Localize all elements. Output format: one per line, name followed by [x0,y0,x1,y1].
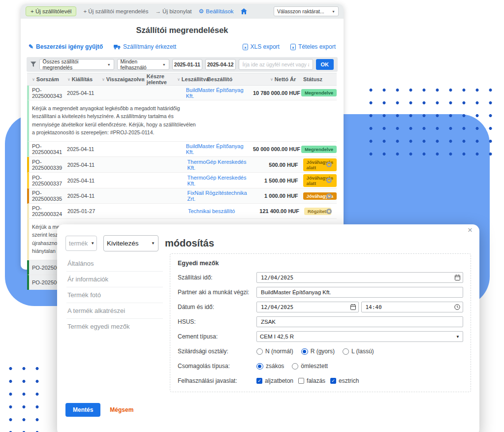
time-input[interactable] [361,302,464,312]
date-from-field[interactable]: 2025-01-11 [172,59,202,70]
radio-l-lassu[interactable]: L (lassú) [343,348,374,355]
net-price: 500.00 HUF [255,162,298,168]
date-to-field[interactable]: 2025-04-12 [205,59,235,70]
checkbox-aljzatbeton[interactable]: ✓aljzatbeton [256,377,293,384]
sort-caret-icon: ∨ [203,77,206,82]
column-header-sorszam[interactable]: ∨Sorszám [32,76,67,82]
tab-termek-alkatreszei[interactable]: A termék alkatrészei [66,303,163,319]
issued-date: 2025-04-11 [67,178,102,184]
date-field-wrap [256,302,359,312]
settings-button[interactable]: ⚙ Beállítások [199,8,234,15]
order-id: PO-2025000339 [32,159,67,171]
issued-date: 2025-04-11 [67,146,101,152]
checkbox-falazas[interactable]: falazás [298,377,325,384]
shipment-arrived-link[interactable]: Szállítmány érkezett [114,43,176,50]
packaging-type-label: Csomagolás típusa: [178,363,256,370]
modal-tab-list: Általános Ár információk Termék fotó A t… [66,256,163,334]
close-icon[interactable]: × [468,225,472,235]
table-row[interactable]: PO-2025000337 2025-04-11 ThermoGép Keres… [27,173,337,188]
app-stage: + Új szállítólevél + Új szállítói megren… [0,0,504,432]
strength-class-label: Szilárdsági osztály: [178,348,256,355]
modal-buttons: Mentés Mégsem [65,403,133,417]
calendar-icon[interactable] [350,304,356,310]
warehouse-select[interactable]: Válasszon raktárat... ▼ [274,6,339,16]
product-select[interactable]: termék ▼ [65,236,97,251]
order-id: PO-2025000341 [32,143,67,155]
search-input[interactable] [239,59,313,70]
cancel-circle-icon[interactable] [326,193,332,199]
supplier-link[interactable]: Technikai beszállító [188,208,256,214]
edit-modal: × termék ▼ Kivitelezés ▼ módosítás Által… [57,224,479,432]
column-header-keszre-jelentve[interactable]: ∨Készre jelentve [142,73,177,85]
svg-text:x: x [244,45,247,49]
supplier-link[interactable]: FixNail Rögzítéstechnika Zrt. [188,190,255,202]
column-header-leszallitva[interactable]: ∨Leszállítva [177,76,203,82]
column-header-kiallitas[interactable]: ∨Kiállítás [67,76,102,82]
supplier-link[interactable]: BuildMaster Építőanyag Kft. [186,87,253,99]
table-row[interactable]: PO-2025000324 2025-01-27 Technikai beszá… [27,204,337,219]
table-row[interactable]: PO-2025000335 2025-04-11 FixNail Rögzíté… [27,188,337,204]
new-supplier-order-button[interactable]: + Új szállítói megrendelés [83,8,148,14]
table-row[interactable]: PO-2025000341 2025-04-11 BuildMaster Épí… [27,142,337,157]
supplier-link[interactable]: ThermoGép Kereskedés Kft. [188,159,255,171]
save-button[interactable]: Mentés [65,403,100,417]
filter-bar: Összes szállítói megrendelés ▼ Minden fe… [27,57,338,72]
date-input[interactable] [256,302,359,312]
decor-dot-grid-bottom-left [4,362,42,432]
sort-caret-icon: ∨ [67,77,70,82]
funnel-icon [31,62,36,67]
cancel-circle-icon[interactable] [326,162,332,167]
column-header-netto-ar[interactable]: ∨Nettó Ár [270,76,303,82]
tab-altalanos[interactable]: Általános [66,256,163,272]
filter-ok-button[interactable]: OK [316,59,334,70]
itemized-export-link[interactable]: x Tételes export [290,43,336,50]
chevron-down-icon: ▼ [456,335,460,339]
tab-termek-foto[interactable]: Termék fotó [66,287,163,303]
radio-n-normal[interactable]: N (normál) [256,348,293,355]
radio-zsakos[interactable]: zsákos [256,363,284,370]
supplier-link[interactable]: BuildMaster Építőanyag Kft. [186,143,253,155]
cancel-circle-icon[interactable] [326,178,332,183]
column-header-statusz[interactable]: Státusz [303,76,337,82]
net-price: 10 780 000.00 HUF [253,90,296,96]
cement-type-select[interactable]: CEM I 42,5 R ▼ [256,331,463,342]
modal-header: termék ▼ Kivitelezés ▼ módosítás [65,235,214,251]
calendar-icon[interactable] [455,275,460,280]
user-filter-select[interactable]: Minden felhasználó ▼ [117,59,169,70]
xls-file-icon: x [290,44,296,50]
column-header-visszaigazolva[interactable]: ∨Visszaigazolva [102,76,142,82]
delivery-time-input[interactable] [256,272,463,283]
issued-date: 2025-04-11 [67,193,102,199]
checkbox-icon [298,378,304,384]
clock-icon[interactable] [454,304,460,310]
partner-input[interactable] [256,287,463,298]
actions-row: ✎ Beszerzési igény gyűjtő Szállítmány ér… [29,43,336,50]
usage-options: ✓aljzatbeton falazás ✓esztrich [256,375,463,386]
supplier-link[interactable]: ThermoGép Kereskedés Kft. [188,175,255,186]
new-receipt-button[interactable]: → Új bizonylat [155,8,191,14]
home-button[interactable] [241,8,247,14]
column-header-beszallito[interactable]: ∨Beszállító [203,76,270,82]
chevron-down-icon: ▼ [332,10,335,13]
new-delivery-note-button[interactable]: + Új szállítólevél [26,6,76,16]
checkbox-esztrich[interactable]: ✓esztrich [330,377,359,384]
table-row[interactable]: PO-2025000343 2025-04-11 BuildMaster Épí… [27,86,337,100]
hsus-input[interactable] [256,316,463,327]
packaging-options: zsákos ömlesztett [256,361,463,371]
cancel-button[interactable]: Mégsem [110,406,133,413]
usage-suggestion-label: Felhasználási javaslat: [178,377,256,384]
order-type-select[interactable]: Összes szállítói megrendelés ▼ [39,59,114,70]
procurement-collector-link[interactable]: ✎ Beszerzési igény gyűjtő [29,43,103,50]
xls-export-link[interactable]: x XLS export [243,43,280,50]
hsus-label: HSUS: [178,318,256,325]
radio-selected-icon [256,363,263,370]
cancel-circle-icon[interactable] [326,209,332,214]
time-field-wrap [361,302,464,312]
table-row[interactable]: PO-2025000339 2025-04-11 ThermoGép Keres… [27,157,337,173]
type-select[interactable]: Kivitelezés ▼ [103,235,158,251]
tab-termek-egyedi-mezok[interactable]: Termék egyedi mezők [66,319,163,334]
radio-icon [343,348,349,355]
radio-omlesztett[interactable]: ömlesztett [292,363,328,370]
tab-ar-informaciok[interactable]: Ár információk [66,272,163,287]
radio-r-gyors[interactable]: R (gyors) [301,348,335,355]
